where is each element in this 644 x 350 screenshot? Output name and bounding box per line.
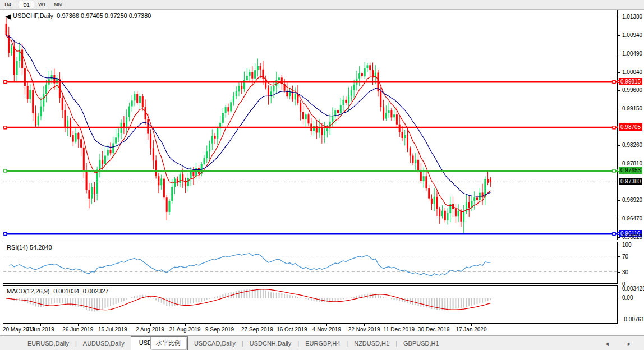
- rsi-panel[interactable]: RSI(14) 54.2840: [3, 242, 618, 284]
- tooltip: 水平比例: [150, 337, 186, 349]
- line-marker: [617, 169, 620, 172]
- timeframe-button-w1[interactable]: W1: [34, 1, 50, 8]
- date-tick: [471, 324, 472, 326]
- line-marker: [617, 80, 620, 83]
- date-tick: [78, 324, 79, 326]
- rsi-chart: [3, 242, 617, 283]
- mt4-window: H4D1W1MN USDCHF,Daily 0.97366 0.97405 0.…: [0, 0, 644, 350]
- chart-tabs: EURUSD,Daily|AUDUSD,DailyUSDCHF,DailyUSD…: [0, 335, 644, 350]
- rsi-tick: [618, 256, 620, 257]
- toolbar-separator: [67, 1, 67, 8]
- date-tick: [113, 324, 113, 326]
- tab-gbpusd-h1[interactable]: GBPUSD,H1: [397, 338, 445, 350]
- macd-panel[interactable]: MACD(12,26,9) -0.001034 -0.002327: [3, 285, 618, 324]
- price-label-red: 0.98705: [619, 123, 642, 131]
- rsi-tick: [618, 272, 620, 273]
- price-label-current: 0.97380: [619, 178, 642, 185]
- date-label: 7 Jun 2019: [26, 326, 54, 333]
- price-label-green: 0.97653: [619, 167, 642, 174]
- price-chart-panel[interactable]: USDCHF,Daily 0.97366 0.97405 0.97250 0.9…: [3, 10, 618, 240]
- date-tick: [399, 324, 399, 326]
- rsi-axis-label: 30: [622, 269, 628, 275]
- date-tick: [326, 324, 327, 326]
- date-tick: [40, 324, 41, 326]
- macd-axis-label: 0.003428: [622, 285, 644, 292]
- macd-tick: [618, 320, 620, 320]
- rsi-label: RSI(14) 54.2840: [7, 244, 52, 251]
- price-axis[interactable]: 1.013801.009401.004901.000400.998150.996…: [618, 10, 644, 335]
- price-tick: [618, 145, 620, 146]
- date-label: 9 Sep 2019: [205, 326, 234, 333]
- left-border: [2, 10, 2, 335]
- price-label: 0.98260: [622, 142, 642, 148]
- line-marker: [617, 232, 620, 235]
- price-tick: [618, 35, 620, 36]
- timeframe-button-h4[interactable]: H4: [0, 1, 16, 8]
- price-label: 1.00040: [622, 69, 642, 75]
- tab-usdcad-daily[interactable]: USDCAD,Daily: [188, 338, 242, 350]
- rsi-tick: [618, 284, 620, 284]
- tab-audusd-daily[interactable]: AUDUSD,Daily: [77, 338, 131, 350]
- date-label: 26 Jun 2019: [62, 326, 93, 333]
- price-label: 0.99600: [622, 87, 642, 93]
- date-label: 16 Oct 2019: [277, 326, 307, 333]
- rsi-axis-label: 100: [622, 242, 632, 248]
- price-tick: [618, 72, 620, 73]
- date-tick: [6, 324, 6, 326]
- line-marker: [617, 126, 620, 128]
- price-tick: [618, 200, 620, 201]
- date-label: 11 Dec 2019: [383, 326, 415, 333]
- price-label: 1.00940: [622, 32, 642, 38]
- price-tick: [618, 90, 620, 91]
- rsi-axis-label: 70: [622, 254, 628, 260]
- date-label: 2 Aug 2019: [136, 326, 164, 333]
- date-label: 4 Nov 2019: [312, 326, 341, 333]
- tab-usdcnh-daily[interactable]: USDCNH,Daily: [243, 338, 298, 350]
- date-axis[interactable]: 20 May 20197 Jun 201926 Jun 201915 Jul 2…: [3, 324, 618, 335]
- price-tick: [618, 109, 620, 109]
- macd-axis-label: 0.00: [622, 294, 633, 301]
- price-label: 0.97810: [622, 160, 642, 167]
- macd-label: MACD(12,26,9) -0.001034 -0.002327: [7, 288, 109, 294]
- price-tick: [618, 54, 620, 54]
- price-tick: [618, 17, 620, 17]
- toolbar-separator: [17, 1, 17, 8]
- price-label: 0.96470: [622, 215, 642, 222]
- price-tick: [618, 164, 620, 164]
- price-tick: [618, 237, 620, 238]
- timeframe-toolbar: H4D1W1MN: [0, 0, 644, 10]
- tab-nzdusd-h1[interactable]: NZDUSD,H1: [348, 338, 395, 350]
- timeframe-button-d1[interactable]: D1: [19, 1, 34, 8]
- candlestick-chart: [3, 10, 617, 240]
- price-tick: [618, 219, 620, 219]
- date-label: 30 Dec 2019: [418, 326, 450, 333]
- date-label: 17 Jan 2020: [456, 326, 486, 333]
- tab-scroll-arrows[interactable]: ◄ ►: [605, 341, 640, 347]
- price-label: 0.96920: [622, 197, 642, 203]
- date-tick: [434, 324, 434, 326]
- price-label: 0.96020: [622, 234, 642, 240]
- date-label: 27 Sep 2019: [241, 326, 273, 333]
- price-label: 1.01380: [622, 13, 642, 20]
- date-label: 22 Nov 2019: [348, 326, 380, 333]
- price-label: 0.99150: [622, 105, 642, 112]
- tab-eurusd-daily[interactable]: EURUSD,Daily: [21, 338, 75, 350]
- date-tick: [150, 324, 151, 326]
- date-label: 15 Jul 2019: [98, 326, 127, 333]
- rsi-tick: [618, 245, 620, 245]
- price-label-red: 0.99815: [619, 78, 642, 85]
- date-tick: [185, 324, 186, 326]
- date-tick: [364, 324, 365, 326]
- macd-tick: [618, 298, 620, 298]
- tab-eurgbp-h4[interactable]: EURGBP,H4: [299, 338, 346, 350]
- date-tick: [292, 324, 292, 326]
- date-tick: [257, 324, 257, 326]
- date-label: 21 Aug 2019: [169, 326, 200, 333]
- price-label: 1.00490: [622, 50, 642, 57]
- macd-axis-label: -0.007615: [622, 316, 644, 323]
- chart-title: USDCHF,Daily 0.97366 0.97405 0.97250 0.9…: [13, 12, 151, 19]
- timeframe-button-mn[interactable]: MN: [50, 1, 66, 8]
- date-tick: [220, 324, 220, 326]
- macd-tick: [618, 289, 620, 289]
